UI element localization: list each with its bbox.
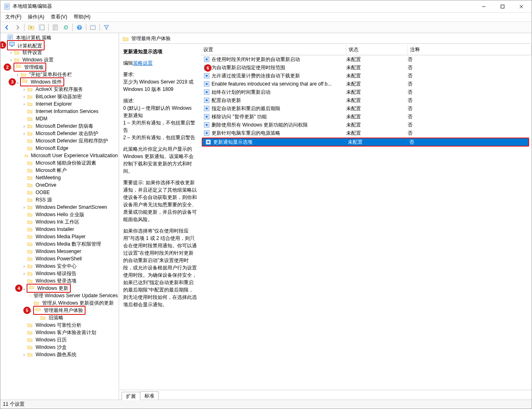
menu-help[interactable]: 帮助(H)	[70, 13, 94, 21]
folder-icon	[35, 307, 41, 312]
row-note: 否	[408, 130, 532, 137]
tree-item[interactable]: ·Windows Media 数字权限管理	[0, 240, 119, 248]
tree-label: Microsoft Defender 防病毒	[35, 123, 94, 130]
tree-item[interactable]: ·MDM	[0, 115, 119, 122]
tree-item[interactable]: ›Internet Explorer	[0, 100, 119, 108]
list-row-selected[interactable]: 更新通知显示选项 未配置 否	[203, 138, 528, 146]
tree-panel[interactable]: ·本地计算机 策略⌄计算机配置1›软件设置›Windows 设置⌄管理模板2›"…	[0, 33, 119, 400]
tab-standard[interactable]: 标准	[140, 391, 159, 400]
list-row[interactable]: 允许通过按流量计费的连接自动下载更新未配置否	[201, 72, 532, 80]
tree-item[interactable]: ·旧策略	[0, 314, 119, 321]
list-row[interactable]: 更新针对电脑车重启的电源策略未配置否	[201, 129, 532, 137]
edit-policy-link[interactable]: 策略设置	[133, 60, 153, 66]
list-row[interactable]: 在使用时段关闭针对更新的自动重新启动未配置否	[201, 55, 532, 63]
minimize-button[interactable]	[474, 0, 493, 13]
list-row[interactable]: 指定自动更新和重启的最后期限未配置否	[201, 104, 532, 113]
setting-icon	[203, 89, 210, 95]
folder-icon	[27, 212, 33, 217]
desc-para-3: 如果你选择将"仅在使用时段应用"与选项 1 或 2 结合使用，则只会在使用时段禁…	[123, 227, 197, 308]
tree-item[interactable]: ⌄管理模板2	[0, 63, 119, 71]
settings-list[interactable]: 在使用时段关闭针对更新的自动重新启动未配置否为自动重新启动指定使用时段范围未配置…	[201, 55, 532, 390]
expand-icon[interactable]: ›	[9, 58, 14, 62]
tree-item[interactable]: ·Windows Messenger	[0, 248, 119, 255]
expand-icon[interactable]: ›	[22, 264, 27, 269]
tree-item[interactable]: ›Windows Defender SmartScreen	[0, 203, 119, 211]
menu-action[interactable]: 操作(A)	[25, 13, 47, 21]
up-button[interactable]	[26, 23, 36, 32]
properties-button[interactable]	[88, 23, 98, 32]
tree-item[interactable]: ·Windows PowerShell	[0, 255, 119, 262]
tree-item[interactable]: ·OOBE	[0, 189, 119, 196]
tree-item[interactable]: ·Microsoft 辅助身份验证因素	[0, 159, 119, 167]
folder-icon	[27, 197, 33, 203]
tree-item[interactable]: ⌄管理最终用户体验5	[0, 307, 119, 314]
menu-view[interactable]: 查看(V)	[47, 13, 70, 21]
export-button[interactable]	[50, 23, 60, 32]
tree-item[interactable]: ·Windows Hello 企业版	[0, 211, 119, 218]
tree-item[interactable]: ·Microsoft 帐户	[0, 167, 119, 174]
tree-item[interactable]: ·NetMeeting	[0, 174, 119, 181]
tree-item[interactable]: ⌄Windows 组件3	[0, 78, 119, 86]
tree-item[interactable]: ›Microsoft Defender 攻击防护	[0, 130, 119, 137]
list-row[interactable]: 删除使用所有 Windows 更新功能的访问权限未配置否	[201, 121, 532, 129]
expand-icon[interactable]: ›	[22, 102, 27, 106]
tree-item[interactable]: ·OneDrive	[0, 181, 119, 189]
row-state: 未配置	[348, 139, 409, 146]
tree-item[interactable]: ·Microsoft User Experience Virtualizatio…	[0, 152, 119, 159]
list-row[interactable]: 移除访问 "暂停更新" 功能未配置否	[201, 113, 532, 121]
refresh-button[interactable]	[61, 23, 71, 32]
tree-item[interactable]: ⌄计算机配置1	[0, 41, 119, 49]
col-note[interactable]: 注释	[408, 45, 532, 55]
tree-item[interactable]: ›Windows 安全中心	[0, 262, 119, 270]
list-row[interactable]: 为自动重新启动指定使用时段范围未配置否	[201, 63, 532, 72]
tree-item[interactable]: ›BitLocker 驱动器加密	[0, 93, 119, 100]
close-button[interactable]	[512, 0, 531, 13]
tree-item[interactable]: ·Windows 客户体验改善计划	[0, 329, 119, 336]
tab-extended[interactable]: 扩展	[122, 392, 140, 400]
tree-item[interactable]: ⌄Windows 更新4	[0, 285, 119, 292]
tree-item[interactable]: ·Microsoft Edge	[0, 145, 119, 152]
tree-item[interactable]: ·Windows 可靠性分析	[0, 321, 119, 329]
tree-item[interactable]: ›Windows 颜色系统	[0, 351, 119, 358]
tree-item[interactable]: ›Windows 错误报告	[0, 270, 119, 277]
list-row[interactable]: 配置自动更新未配置否	[201, 96, 532, 104]
setting-icon	[203, 113, 210, 120]
menu-file[interactable]: 文件(F)	[2, 13, 25, 21]
tree-item[interactable]: ·Microsoft Defender 应用程序防护	[0, 137, 119, 145]
expand-icon[interactable]: ›	[22, 124, 27, 129]
filter-button[interactable]	[101, 23, 111, 32]
maximize-button[interactable]	[493, 0, 512, 13]
folder-icon	[14, 50, 20, 55]
help-button[interactable]: ?	[74, 23, 84, 32]
row-state: 未配置	[346, 130, 408, 137]
svg-rect-18	[90, 25, 95, 27]
tree-item[interactable]: ·Windows Installer	[0, 226, 119, 233]
forward-button[interactable]	[13, 23, 23, 32]
tree-item[interactable]: ·Windows Media Player	[0, 233, 119, 240]
expand-icon[interactable]: ›	[22, 131, 27, 136]
list-row[interactable]: Enable features introduced via servicing…	[201, 80, 532, 88]
tree-item[interactable]: ·Windows Ink 工作区	[0, 218, 119, 226]
expand-icon[interactable]: ›	[22, 205, 27, 210]
expand-icon[interactable]: ›	[15, 72, 20, 77]
tree-item[interactable]: ·Windows 沙盒	[0, 343, 119, 351]
expand-icon[interactable]: ›	[22, 271, 27, 276]
col-state[interactable]: 状态	[346, 45, 408, 55]
expand-icon[interactable]: ›	[22, 353, 27, 357]
back-button[interactable]	[2, 23, 12, 32]
expand-icon[interactable]: ›	[9, 50, 14, 55]
tree-item[interactable]: ›Microsoft Defender 防病毒	[0, 122, 119, 130]
tree-item[interactable]: ›软件设置	[0, 49, 119, 56]
tree-label: Microsoft Defender 攻击防护	[35, 130, 99, 137]
tree-item[interactable]: ·Internet Information Services	[0, 108, 119, 115]
tree-label: Windows Media 数字权限管理	[35, 241, 102, 248]
tree-item[interactable]: ·RSS 源	[0, 196, 119, 203]
list-row[interactable]: 始终在计划的时间重新启动未配置否	[201, 88, 532, 96]
show-tree-button[interactable]	[37, 23, 47, 32]
col-setting[interactable]: 设置	[201, 45, 346, 55]
tree-item[interactable]: ·管理 Windows Server Update Services	[0, 292, 119, 299]
expand-icon[interactable]: ›	[22, 87, 27, 92]
expand-icon[interactable]: ›	[22, 95, 27, 99]
tree-item[interactable]: ·Windows 日历	[0, 336, 119, 343]
tree-item[interactable]: ›ActiveX 安装程序服务	[0, 86, 119, 93]
